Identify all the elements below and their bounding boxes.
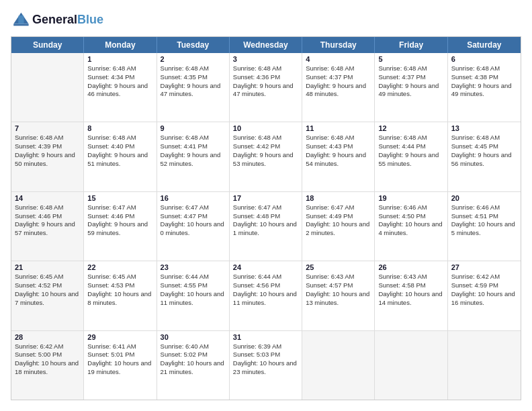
cal-cell: 20Sunrise: 6:46 AMSunset: 4:51 PMDayligh… [448,192,521,261]
sunset-text: Sunset: 4:52 PM [15,281,80,290]
day-number: 19 [378,194,443,202]
cal-cell: 7Sunrise: 6:48 AMSunset: 4:39 PMDaylight… [11,122,84,191]
daylight-text: Daylight: 9 hours and 52 minutes. [161,151,226,169]
sunrise-text: Sunrise: 6:48 AM [87,64,152,73]
sunrise-text: Sunrise: 6:47 AM [306,203,371,212]
sunset-text: Sunset: 4:56 PM [233,281,298,290]
cal-cell [302,331,375,400]
sunset-text: Sunset: 4:42 PM [233,142,298,151]
daylight-text: Daylight: 10 hours and 19 minutes. [87,359,152,377]
sunset-text: Sunset: 4:53 PM [87,281,152,290]
day-number: 12 [378,124,443,132]
sunset-text: Sunset: 4:55 PM [161,281,226,290]
sunset-text: Sunset: 5:00 PM [15,351,80,359]
sunrise-text: Sunrise: 6:45 AM [15,273,80,281]
day-number: 16 [161,194,226,202]
sunrise-text: Sunrise: 6:48 AM [161,134,226,142]
sunrise-text: Sunrise: 6:43 AM [378,273,443,281]
day-number: 25 [306,263,371,271]
daylight-text: Daylight: 10 hours and 13 minutes. [306,290,371,308]
cal-cell: 22Sunrise: 6:45 AMSunset: 4:53 PMDayligh… [84,261,157,330]
day-number: 7 [15,124,80,132]
logo-line1: GeneralBlue [32,13,103,27]
daylight-text: Daylight: 10 hours and 23 minutes. [233,359,298,377]
sunset-text: Sunset: 4:57 PM [306,281,371,290]
cal-cell: 5Sunrise: 6:48 AMSunset: 4:37 PMDaylight… [375,53,447,122]
day-number: 9 [161,124,226,132]
day-number: 29 [87,333,152,341]
sunset-text: Sunset: 5:02 PM [161,351,226,359]
sunset-text: Sunset: 4:45 PM [451,142,517,151]
logo-text: GeneralBlue [32,13,103,27]
cal-cell [448,331,521,400]
logo-icon [11,11,30,30]
sunrise-text: Sunrise: 6:42 AM [451,273,517,281]
day-number: 31 [233,333,298,341]
sunset-text: Sunset: 5:03 PM [233,351,298,359]
daylight-text: Daylight: 10 hours and 4 minutes. [378,220,443,238]
sunrise-text: Sunrise: 6:48 AM [233,64,298,73]
sunrise-text: Sunrise: 6:46 AM [378,203,443,212]
sunrise-text: Sunrise: 6:39 AM [233,342,298,351]
page: GeneralBlue SundayMondayTuesdayWednesday… [0,0,532,411]
daylight-text: Daylight: 9 hours and 50 minutes. [15,151,80,169]
cal-cell: 14Sunrise: 6:48 AMSunset: 4:46 PMDayligh… [11,192,84,261]
calendar-row-3: 21Sunrise: 6:45 AMSunset: 4:52 PMDayligh… [11,261,521,330]
header: GeneralBlue [11,11,521,30]
day-number: 6 [451,55,517,63]
sunrise-text: Sunrise: 6:48 AM [451,64,517,73]
cal-cell: 9Sunrise: 6:48 AMSunset: 4:41 PMDaylight… [157,122,230,191]
daylight-text: Daylight: 10 hours and 1 minute. [233,220,298,238]
cal-cell [11,53,84,122]
day-number: 3 [233,55,298,63]
sunrise-text: Sunrise: 6:43 AM [306,273,371,281]
cal-cell [375,331,447,400]
sunrise-text: Sunrise: 6:41 AM [87,342,152,351]
sunrise-text: Sunrise: 6:46 AM [451,203,517,212]
cal-cell: 25Sunrise: 6:43 AMSunset: 4:57 PMDayligh… [302,261,375,330]
sunset-text: Sunset: 5:01 PM [87,351,152,359]
svg-marker-1 [18,15,24,24]
calendar-row-1: 7Sunrise: 6:48 AMSunset: 4:39 PMDaylight… [11,122,521,191]
sunrise-text: Sunrise: 6:48 AM [306,64,371,73]
day-number: 14 [15,194,80,202]
daylight-text: Daylight: 10 hours and 8 minutes. [87,290,152,308]
header-day-monday: Monday [84,37,157,53]
cal-cell: 8Sunrise: 6:48 AMSunset: 4:40 PMDaylight… [84,122,157,191]
day-number: 20 [451,194,517,202]
daylight-text: Daylight: 9 hours and 53 minutes. [233,151,298,169]
day-number: 5 [378,55,443,63]
daylight-text: Daylight: 10 hours and 11 minutes. [161,290,226,308]
daylight-text: Daylight: 10 hours and 14 minutes. [378,290,443,308]
daylight-text: Daylight: 9 hours and 49 minutes. [378,82,443,99]
sunrise-text: Sunrise: 6:47 AM [233,203,298,212]
day-number: 26 [378,263,443,271]
sunset-text: Sunset: 4:51 PM [451,212,517,221]
cal-cell: 18Sunrise: 6:47 AMSunset: 4:49 PMDayligh… [302,192,375,261]
calendar-row-4: 28Sunrise: 6:42 AMSunset: 5:00 PMDayligh… [11,330,521,400]
day-number: 15 [87,194,152,202]
cal-cell: 19Sunrise: 6:46 AMSunset: 4:50 PMDayligh… [375,192,447,261]
day-number: 1 [87,55,152,63]
header-day-thursday: Thursday [302,37,375,53]
calendar-row-0: 1Sunrise: 6:48 AMSunset: 4:34 PMDaylight… [11,53,521,122]
logo: GeneralBlue [11,11,103,30]
cal-cell: 4Sunrise: 6:48 AMSunset: 4:37 PMDaylight… [302,53,375,122]
sunset-text: Sunset: 4:48 PM [233,212,298,221]
sunset-text: Sunset: 4:44 PM [378,142,443,151]
sunrise-text: Sunrise: 6:48 AM [306,134,371,142]
day-number: 28 [15,333,80,341]
header-day-friday: Friday [375,37,447,53]
cal-cell: 31Sunrise: 6:39 AMSunset: 5:03 PMDayligh… [230,331,302,400]
sunrise-text: Sunrise: 6:42 AM [15,342,80,351]
daylight-text: Daylight: 9 hours and 57 minutes. [15,220,80,238]
daylight-text: Daylight: 10 hours and 11 minutes. [233,290,298,308]
day-number: 22 [87,263,152,271]
svg-rect-2 [13,24,28,26]
sunrise-text: Sunrise: 6:40 AM [161,342,226,351]
cal-cell: 2Sunrise: 6:48 AMSunset: 4:35 PMDaylight… [157,53,230,122]
day-number: 13 [451,124,517,132]
sunset-text: Sunset: 4:46 PM [15,212,80,221]
daylight-text: Daylight: 10 hours and 21 minutes. [161,359,226,377]
day-number: 24 [233,263,298,271]
